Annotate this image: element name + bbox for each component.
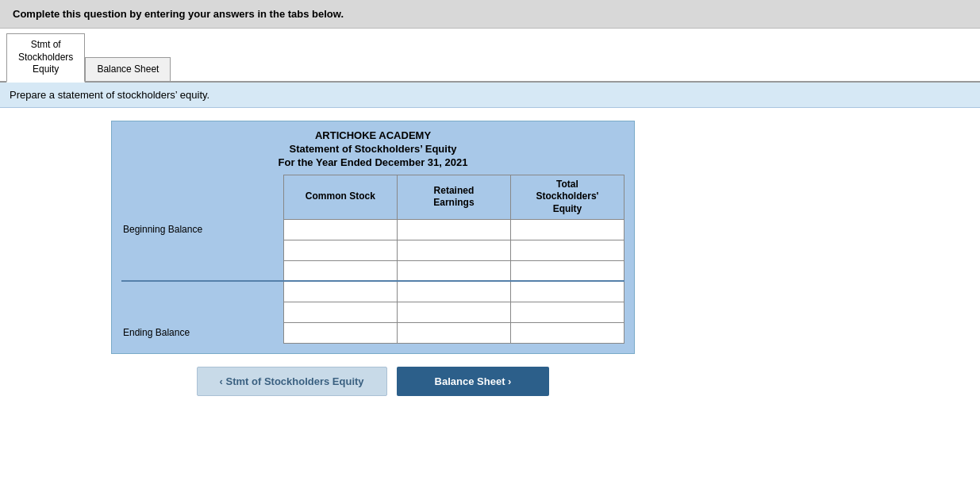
input-beginning-total[interactable]: [516, 221, 619, 238]
col-header-empty: [121, 175, 283, 219]
row-label-3: [121, 260, 283, 281]
prev-button-label: Stmt of Stockholders Equity: [226, 375, 364, 387]
table-row: Beginning Balance: [121, 219, 625, 240]
input-r2-total[interactable]: [516, 242, 619, 259]
cell-r2-total[interactable]: [510, 240, 624, 260]
input-ending-retained[interactable]: [402, 325, 505, 341]
row-label-5: [121, 302, 283, 322]
table-row: [121, 281, 625, 302]
chevron-right-icon: ›: [508, 375, 511, 387]
input-r3-retained[interactable]: [402, 263, 505, 279]
next-button[interactable]: Balance Sheet ›: [397, 367, 550, 396]
col-header-retained-earnings: RetainedEarnings: [397, 175, 510, 219]
tab-balance-sheet[interactable]: Balance Sheet: [85, 57, 171, 81]
statement-table: Common Stock RetainedEarnings TotalStock…: [121, 175, 625, 344]
row-label-beginning: Beginning Balance: [121, 219, 283, 240]
cell-ending-retained[interactable]: [397, 322, 510, 343]
next-button-label: Balance Sheet: [435, 375, 505, 387]
table-row: [121, 260, 625, 281]
cell-beginning-retained[interactable]: [397, 219, 510, 240]
input-r4-common[interactable]: [289, 283, 392, 300]
input-r3-common[interactable]: [289, 263, 392, 279]
statement-container: ARTICHOKE ACADEMY Statement of Stockhold…: [111, 121, 635, 354]
input-r3-total[interactable]: [516, 263, 619, 279]
content-area: ARTICHOKE ACADEMY Statement of Stockhold…: [0, 108, 980, 409]
input-beginning-retained[interactable]: [402, 221, 505, 238]
instruction-text: Complete this question by entering your …: [13, 8, 344, 20]
nav-buttons: ‹ Stmt of Stockholders Equity Balance Sh…: [111, 367, 635, 396]
cell-r4-total[interactable]: [510, 281, 624, 302]
cell-r3-total[interactable]: [510, 260, 624, 281]
input-r2-common[interactable]: [289, 242, 392, 259]
row-label-2: [121, 240, 283, 260]
cell-ending-common[interactable]: [283, 322, 397, 343]
cell-r4-retained[interactable]: [397, 281, 510, 302]
company-name: ARTICHOKE ACADEMY: [121, 129, 625, 141]
cell-r5-retained[interactable]: [397, 302, 510, 322]
cell-r3-retained[interactable]: [397, 260, 510, 281]
input-r4-total[interactable]: [516, 283, 619, 300]
cell-r3-common[interactable]: [283, 260, 397, 281]
cell-beginning-total[interactable]: [510, 219, 624, 240]
tabs-row: Stmt of Stockholders Equity Balance Shee…: [0, 29, 980, 83]
cell-beginning-common[interactable]: [283, 219, 397, 240]
cell-r5-total[interactable]: [510, 302, 624, 322]
input-r5-retained[interactable]: [402, 304, 505, 321]
input-r4-retained[interactable]: [402, 283, 505, 300]
table-row: [121, 302, 625, 322]
cell-r4-common[interactable]: [283, 281, 397, 302]
cell-r5-common[interactable]: [283, 302, 397, 322]
cell-r2-retained[interactable]: [397, 240, 510, 260]
row-label-4: [121, 281, 283, 302]
prepare-bar: Prepare a statement of stockholders’ equ…: [0, 83, 980, 108]
chevron-left-icon: ‹: [220, 375, 223, 387]
prepare-label: Prepare a statement of stockholders’ equ…: [10, 89, 209, 101]
table-row: Ending Balance: [121, 322, 625, 343]
col-header-total-equity: TotalStockholders'Equity: [510, 175, 624, 219]
cell-ending-total[interactable]: [510, 322, 624, 343]
input-ending-total[interactable]: [516, 325, 619, 341]
statement-period: For the Year Ended December 31, 2021: [121, 156, 625, 168]
input-r5-total[interactable]: [516, 304, 619, 321]
statement-title: Statement of Stockholders’ Equity: [121, 143, 625, 155]
input-r5-common[interactable]: [289, 304, 392, 321]
input-r2-retained[interactable]: [402, 242, 505, 259]
prev-button[interactable]: ‹ Stmt of Stockholders Equity: [197, 367, 387, 396]
col-header-common-stock: Common Stock: [283, 175, 397, 219]
input-beginning-common[interactable]: [289, 221, 392, 238]
cell-r2-common[interactable]: [283, 240, 397, 260]
table-row: [121, 240, 625, 260]
instruction-bar: Complete this question by entering your …: [0, 0, 980, 29]
tab-stmt-equity[interactable]: Stmt of Stockholders Equity: [6, 33, 85, 83]
row-label-ending: Ending Balance: [121, 322, 283, 343]
input-ending-common[interactable]: [289, 325, 392, 341]
